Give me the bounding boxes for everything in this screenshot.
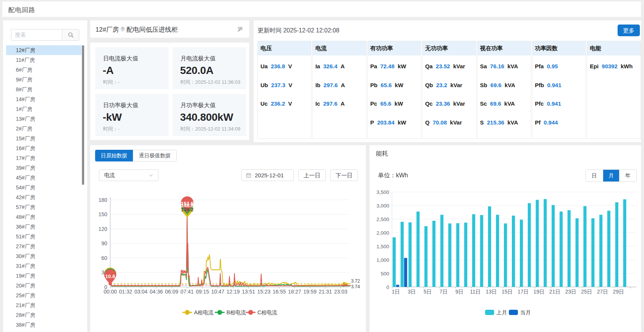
svg-text:120: 120 bbox=[99, 226, 108, 232]
svg-text:150: 150 bbox=[99, 211, 108, 217]
svg-text:2,000: 2,000 bbox=[376, 230, 389, 236]
svg-text:21:31: 21:31 bbox=[319, 289, 332, 295]
svg-text:3.72: 3.72 bbox=[351, 278, 360, 284]
svg-text:C相电流: C相电流 bbox=[257, 309, 277, 315]
svg-text:11日: 11日 bbox=[470, 289, 481, 295]
svg-text:139.2: 139.2 bbox=[181, 207, 194, 212]
svg-text:1日: 1日 bbox=[392, 289, 400, 295]
svg-text:07:41: 07:41 bbox=[180, 289, 194, 295]
svg-text:153.6: 153.6 bbox=[181, 201, 194, 206]
svg-text:03:04: 03:04 bbox=[134, 289, 148, 295]
svg-text:1,500: 1,500 bbox=[376, 244, 389, 249]
svg-text:15日: 15日 bbox=[502, 289, 513, 295]
svg-text:25日: 25日 bbox=[581, 289, 592, 295]
svg-text:180: 180 bbox=[99, 197, 108, 203]
svg-text:13:51: 13:51 bbox=[242, 289, 255, 295]
svg-text:15:23: 15:23 bbox=[257, 289, 270, 295]
svg-text:04:36: 04:36 bbox=[150, 289, 163, 295]
svg-text:19:59: 19:59 bbox=[304, 289, 317, 295]
svg-text:12:19: 12:19 bbox=[226, 289, 240, 295]
svg-text:16:55: 16:55 bbox=[273, 289, 286, 295]
svg-text:29日: 29日 bbox=[613, 289, 624, 295]
svg-text:10.6: 10.6 bbox=[105, 274, 116, 279]
svg-text:00:00: 00:00 bbox=[103, 289, 117, 295]
svg-text:0: 0 bbox=[386, 284, 389, 290]
svg-text:13日: 13日 bbox=[486, 289, 497, 295]
svg-text:01:32: 01:32 bbox=[119, 289, 132, 295]
svg-text:1,000: 1,000 bbox=[376, 257, 389, 263]
svg-text:9日: 9日 bbox=[455, 289, 464, 295]
svg-text:06:09: 06:09 bbox=[165, 289, 178, 295]
svg-text:当月: 当月 bbox=[520, 309, 531, 315]
svg-text:27日: 27日 bbox=[597, 289, 609, 295]
svg-text:23日: 23日 bbox=[565, 289, 576, 295]
svg-text:2,500: 2,500 bbox=[376, 217, 389, 222]
svg-text:3,000: 3,000 bbox=[376, 203, 389, 209]
svg-text:B相电流: B相电流 bbox=[226, 309, 246, 315]
svg-text:上月: 上月 bbox=[496, 309, 507, 315]
svg-text:7日: 7日 bbox=[439, 289, 448, 295]
svg-text:19日: 19日 bbox=[533, 289, 545, 295]
svg-text:500: 500 bbox=[381, 271, 389, 277]
svg-text:3日: 3日 bbox=[408, 289, 416, 295]
svg-text:90: 90 bbox=[101, 240, 107, 246]
svg-text:23:03: 23:03 bbox=[334, 289, 347, 295]
svg-text:3,500: 3,500 bbox=[376, 189, 389, 195]
svg-text:18:27: 18:27 bbox=[288, 289, 301, 295]
svg-text:21日: 21日 bbox=[549, 289, 561, 295]
svg-text:A相电流: A相电流 bbox=[194, 309, 213, 315]
svg-text:5日: 5日 bbox=[424, 289, 432, 295]
svg-text:3.74: 3.74 bbox=[351, 284, 360, 289]
svg-text:09:15: 09:15 bbox=[196, 289, 209, 295]
svg-text:10:47: 10:47 bbox=[211, 289, 224, 295]
svg-text:60: 60 bbox=[101, 255, 107, 261]
svg-text:17日: 17日 bbox=[518, 289, 529, 295]
